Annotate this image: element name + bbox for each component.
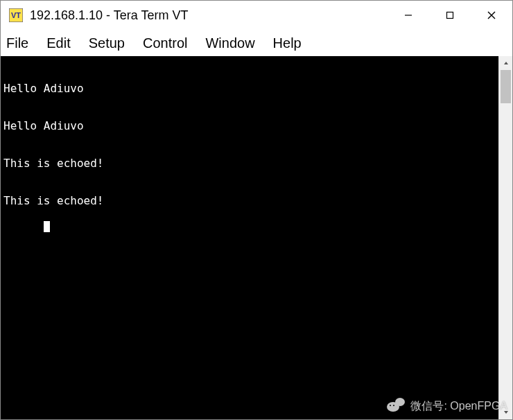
scroll-thumb[interactable] [501, 70, 511, 103]
svg-marker-6 [504, 62, 508, 64]
window-controls [388, 1, 512, 30]
scroll-down-button[interactable] [499, 405, 512, 419]
app-icon: VT [9, 8, 23, 22]
vertical-scrollbar[interactable] [498, 56, 512, 419]
menu-file[interactable]: File [5, 34, 30, 53]
menu-window[interactable]: Window [204, 34, 256, 53]
terminal-line: This is echoed! [3, 195, 496, 207]
scroll-track[interactable] [499, 70, 512, 405]
terminal-line: Hello Adiuvo [3, 82, 496, 95]
svg-text:VT: VT [11, 11, 21, 19]
menu-setup[interactable]: Setup [87, 34, 126, 53]
client-area: Hello Adiuvo Hello Adiuvo This is echoed… [1, 56, 512, 419]
close-button[interactable] [471, 1, 512, 30]
terminal-line: This is echoed! [3, 157, 496, 170]
menubar: File Edit Setup Control Window Help [1, 30, 512, 56]
terminal-line: Hello Adiuvo [3, 120, 496, 132]
minimize-button[interactable] [388, 1, 429, 30]
menu-edit[interactable]: Edit [45, 34, 71, 53]
titlebar: VT 192.168.1.10 - Tera Term VT [1, 1, 512, 30]
menu-help[interactable]: Help [272, 34, 303, 53]
window-title: 192.168.1.10 - Tera Term VT [30, 8, 388, 23]
menu-control[interactable]: Control [141, 34, 189, 53]
scroll-up-button[interactable] [499, 56, 512, 70]
window: VT 192.168.1.10 - Tera Term VT File Edit… [0, 0, 513, 420]
terminal-cursor [44, 221, 50, 232]
svg-marker-7 [504, 411, 508, 414]
svg-rect-3 [447, 12, 453, 19]
terminal[interactable]: Hello Adiuvo Hello Adiuvo This is echoed… [1, 56, 498, 419]
maximize-button[interactable] [429, 1, 471, 30]
